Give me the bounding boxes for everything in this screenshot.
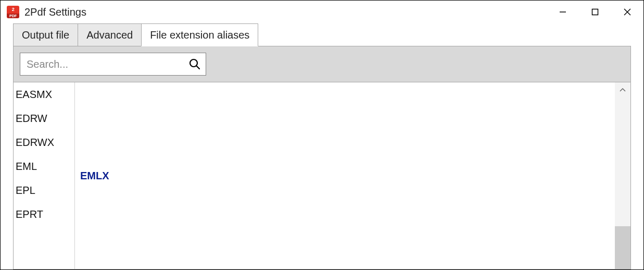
window-controls [547,1,643,23]
extension-name: EPRT [16,208,43,220]
search-box[interactable] [20,53,206,76]
tab-file-extension-aliases[interactable]: File extension aliases [141,23,258,46]
maximize-button[interactable] [579,1,611,23]
alias-pane: EMLX [75,82,615,269]
tab-label: Advanced [86,29,133,41]
search-icon[interactable] [189,58,200,70]
alias-content: EASMX EDRW EDRWX EML EPL EPRT EMLX [14,82,630,269]
app-icon-top: 2 [7,6,19,14]
close-button[interactable] [611,1,643,23]
tab-output-file[interactable]: Output file [13,23,78,46]
titlebar: 2 PDF 2Pdf Settings [1,1,643,23]
minimize-button[interactable] [547,1,579,23]
settings-window: 2 PDF 2Pdf Settings Output file Advanc [0,0,644,270]
extension-name: EML [16,161,37,172]
tab-panel: EASMX EDRW EDRWX EML EPL EPRT EMLX [13,46,631,269]
extension-item[interactable]: EML [14,154,74,178]
extension-name: EPL [16,185,35,196]
extension-name: EDRW [16,113,47,124]
extension-item[interactable]: EDRWX [14,130,74,154]
extension-list: EASMX EDRW EDRWX EML EPL EPRT [14,82,75,269]
scroll-up-button[interactable] [615,82,630,98]
app-icon-bottom: PDF [7,14,19,18]
maximize-icon [591,8,599,16]
extension-name: EDRWX [16,137,54,148]
extension-item[interactable]: EPL [14,178,74,202]
extension-item[interactable]: EPRT [14,202,74,226]
tab-row: Output file Advanced File extension alia… [1,23,643,46]
tab-label: File extension aliases [150,29,249,41]
scroll-track[interactable] [615,98,630,269]
chevron-up-icon [620,87,626,93]
minimize-icon [559,8,566,16]
extension-item[interactable]: EDRW [14,106,74,130]
search-input[interactable] [26,53,189,75]
scroll-thumb[interactable] [615,226,630,269]
alias-value[interactable]: EMLX [80,170,109,182]
svg-line-5 [196,66,199,69]
app-icon: 2 PDF [7,6,19,18]
vertical-scrollbar[interactable] [615,82,630,269]
extension-name: EASMX [16,89,52,100]
tab-label: Output file [22,29,69,41]
search-bar [14,46,630,82]
close-icon [624,8,631,16]
svg-rect-1 [592,9,598,15]
extension-item[interactable]: EASMX [14,82,74,106]
tab-advanced[interactable]: Advanced [78,23,142,46]
